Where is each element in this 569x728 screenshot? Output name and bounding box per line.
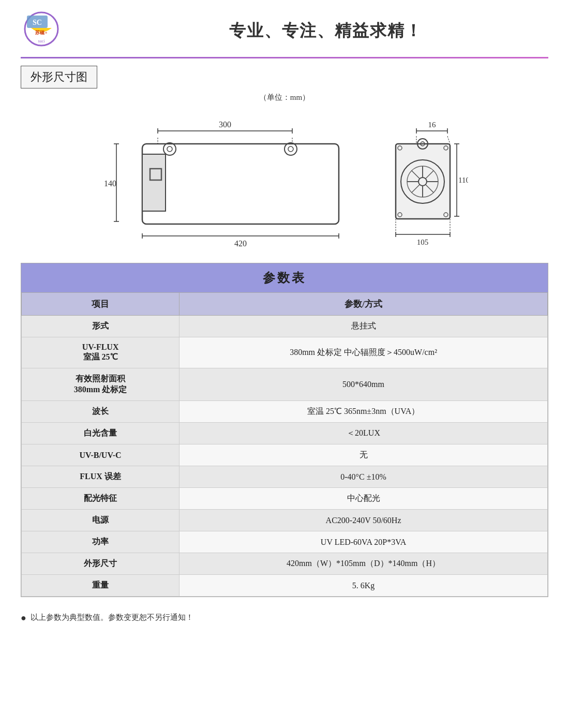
table-row: 白光含量＜20LUX [22,423,548,444]
svg-point-20 [163,143,176,155]
table-row: UV-FLUX 室温 25℃380mm 处标定 中心辐照度＞4500uW/cm² [22,337,548,368]
svg-text:16: 16 [428,121,437,129]
svg-text:suci: suci [38,39,46,43]
svg-text:苏磁+: 苏磁+ [35,30,47,35]
svg-text:300: 300 [219,120,231,129]
table-cell-item: UV-B/UV-C [22,444,179,466]
table-cell-item: FLUX 误差 [22,466,179,488]
page-header: SC 苏磁+ suci 专业、专注、精益求精！ [21,10,548,52]
svg-rect-18 [142,154,166,211]
table-row: 形式悬挂式 [22,316,548,337]
table-cell-item: 有效照射面积 380mm 处标定 [22,368,179,401]
tagline: 专业、专注、精益求精！ [103,20,548,42]
table-cell-value: 5. 6Kg [179,575,548,597]
table-title: 参数表 [21,263,548,292]
table-cell-value: AC200-240V 50/60Hz [179,510,548,531]
table-cell-value: 无 [179,444,548,466]
company-logo: SC 苏磁+ suci [21,10,62,52]
section-title-box: 外形尺寸图 [21,66,548,93]
table-cell-value: ＜20LUX [179,423,548,444]
footer-note-text: 以上参数为典型数值。参数变更恕不另行通知！ [31,613,193,622]
table-cell-value: 420mm（W）*105mm（D）*140mm（H） [179,553,548,575]
svg-text:105: 105 [417,238,429,246]
svg-point-21 [167,146,172,152]
table-cell-item: 重量 [22,575,179,597]
table-cell-item: 形式 [22,316,179,337]
svg-point-23 [288,146,293,152]
parameter-table: 项目 参数/方式 形式悬挂式UV-FLUX 室温 25℃380mm 处标定 中心… [21,292,548,597]
table-row: 功率UV LED-60VA 20P*3VA [22,531,548,553]
unit-label: （单位：mm） [21,93,548,102]
bullet-icon: ● [21,613,26,623]
purple-divider [21,57,548,58]
table-row: 波长室温 25℃ 365nm±3nm（UVA） [22,401,548,423]
table-row: 配光特征中心配光 [22,488,548,510]
table-cell-value: 中心配光 [179,488,548,510]
table-cell-item: 白光含量 [22,423,179,444]
table-cell-value: 0-40°C ±10% [179,466,548,488]
col-header-value: 参数/方式 [179,293,548,316]
svg-point-22 [284,143,297,155]
svg-rect-17 [142,144,339,224]
svg-text:140: 140 [104,179,116,188]
parameter-table-wrapper: 参数表 项目 参数/方式 形式悬挂式UV-FLUX 室温 25℃380mm 处标… [21,263,548,597]
diagram-area: 140 300 420 16 [21,108,548,247]
svg-text:SC: SC [33,19,42,26]
table-cell-value: 380mm 处标定 中心辐照度＞4500uW/cm² [179,337,548,368]
col-header-item: 项目 [22,293,179,316]
table-cell-value: 悬挂式 [179,316,548,337]
table-cell-value: 500*640mm [179,368,548,401]
side-view-diagram: 16 110 105 [385,108,468,247]
table-row: UV-B/UV-C无 [22,444,548,466]
table-cell-value: 室温 25℃ 365nm±3nm（UVA） [179,401,548,423]
table-row: 有效照射面积 380mm 处标定500*640mm [22,368,548,401]
table-cell-item: UV-FLUX 室温 25℃ [22,337,179,368]
table-cell-item: 功率 [22,531,179,553]
table-cell-item: 外形尺寸 [22,553,179,575]
table-row: FLUX 误差0-40°C ±10% [22,466,548,488]
table-cell-value: UV LED-60VA 20P*3VA [179,531,548,553]
footer-note: ● 以上参数为典型数值。参数变更恕不另行通知！ [21,613,548,623]
table-cell-item: 配光特征 [22,488,179,510]
table-row: 外形尺寸420mm（W）*105mm（D）*140mm（H） [22,553,548,575]
svg-text:110: 110 [458,176,468,184]
table-cell-item: 电源 [22,510,179,531]
svg-line-57 [447,136,450,144]
section-title: 外形尺寸图 [31,70,87,83]
table-row: 电源AC200-240V 50/60Hz [22,510,548,531]
svg-text:420: 420 [234,239,247,247]
logo-area: SC 苏磁+ suci [21,10,62,52]
table-row: 重量5. 6Kg [22,575,548,597]
table-cell-item: 波长 [22,401,179,423]
front-view-diagram: 140 300 420 [101,108,370,247]
svg-rect-38 [396,144,450,219]
